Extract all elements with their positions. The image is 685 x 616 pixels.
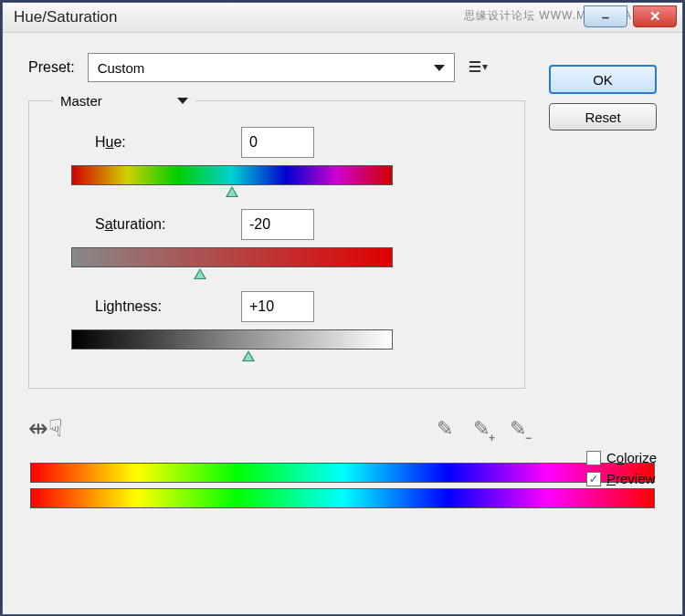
svg-marker-3	[482, 65, 488, 70]
reset-button[interactable]: Reset	[549, 103, 657, 131]
colorize-label: Colorize	[606, 450, 657, 465]
eyedropper-add-icon[interactable]: ✎+	[473, 417, 490, 441]
close-button[interactable]: ✕	[633, 5, 677, 27]
preset-label: Preset:	[28, 59, 75, 76]
hue-block: Hue:	[62, 127, 491, 185]
hue-thumb[interactable]	[226, 186, 238, 197]
window-title: Hue/Saturation	[14, 8, 117, 26]
preview-label: Preview	[606, 471, 655, 486]
spectrum-bar-bottom[interactable]	[30, 488, 655, 508]
preset-options-icon[interactable]	[468, 59, 488, 76]
lightness-slider[interactable]	[71, 329, 393, 350]
lightness-label: Lightness:	[95, 298, 241, 315]
checkbox-icon: ✓	[586, 472, 601, 486]
preset-dropdown[interactable]: Custom	[88, 53, 455, 82]
checkbox-group: Colorize ✓ Preview	[586, 450, 657, 492]
eyedropper-group: ✎ ✎+ ✎−	[437, 417, 526, 441]
ok-button[interactable]: OK	[549, 65, 657, 94]
saturation-thumb[interactable]	[194, 268, 206, 279]
lightness-input[interactable]	[241, 291, 314, 322]
hue-slider[interactable]	[71, 165, 393, 185]
window-controls: – ✕	[584, 6, 682, 28]
chevron-down-icon	[177, 98, 188, 104]
hue-input[interactable]	[241, 127, 314, 158]
adjust-fieldset: Master Hue: Saturation:	[28, 100, 525, 389]
saturation-block: Saturation:	[62, 209, 491, 267]
chevron-down-icon	[434, 65, 445, 71]
preset-value: Custom	[98, 60, 145, 76]
close-icon: ✕	[649, 8, 661, 25]
hue-saturation-dialog: 思缘设计论坛 WWW.MISSYUAN.COM Hue/Saturation –…	[2, 2, 683, 615]
tools-row: ⇹☟ ✎ ✎+ ✎−	[28, 414, 526, 443]
checkbox-icon	[586, 451, 601, 465]
channel-dropdown[interactable]: Master	[53, 88, 195, 113]
channel-value: Master	[60, 93, 102, 109]
lightness-thumb[interactable]	[242, 350, 255, 361]
spectrum-bar-top[interactable]	[30, 463, 655, 483]
eyedropper-subtract-icon[interactable]: ✎−	[510, 417, 526, 441]
lightness-block: Lightness:	[62, 291, 491, 350]
preview-checkbox[interactable]: ✓ Preview	[586, 471, 657, 486]
saturation-input[interactable]	[241, 209, 314, 240]
saturation-slider[interactable]	[71, 247, 393, 267]
scrubby-hand-icon[interactable]: ⇹☟	[28, 414, 63, 443]
hue-label: Hue:	[95, 134, 241, 151]
eyedropper-icon[interactable]: ✎	[437, 417, 453, 441]
side-buttons: OK Reset	[549, 65, 657, 131]
colorize-checkbox[interactable]: Colorize	[586, 450, 657, 465]
minimize-button[interactable]: –	[584, 5, 627, 27]
minimize-icon: –	[602, 9, 609, 25]
saturation-label: Saturation:	[95, 216, 241, 233]
